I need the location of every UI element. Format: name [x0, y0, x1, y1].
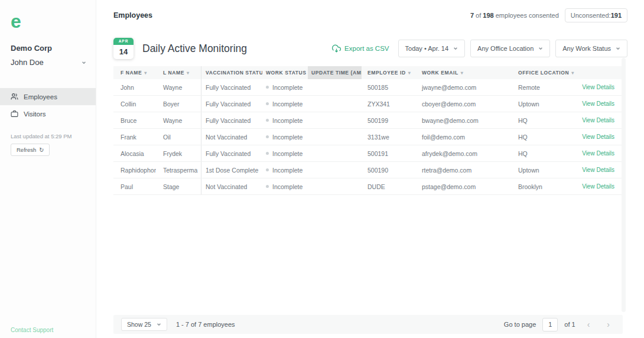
- cell-f-name: John: [113, 79, 156, 95]
- cell-work-email: foil@demo.com: [418, 129, 515, 145]
- view-details-link[interactable]: View Details: [580, 112, 623, 128]
- cell-office-location: HQ: [515, 129, 580, 145]
- table-row: Frank Oil Not Vaccinated Incomplete 3131…: [113, 129, 623, 145]
- cell-l-name: Boyer: [156, 96, 201, 112]
- cell-employee-id: ZYX341: [362, 96, 418, 112]
- cell-update-time: [308, 145, 362, 161]
- unconsented-count: 191: [611, 12, 622, 19]
- app-root: e Demo Corp John Doe Employees Visitors: [0, 0, 644, 338]
- page-number-input[interactable]: [542, 318, 558, 332]
- cell-work-email: rtetra@demo.com: [418, 162, 515, 178]
- consented-count: 7: [470, 12, 474, 19]
- table-body: John Wayne Fully Vaccinated Incomplete 5…: [113, 79, 623, 195]
- chevron-down-icon: [157, 322, 161, 327]
- goto-page-label: Go to page: [504, 321, 536, 328]
- work-status-filter-dropdown[interactable]: Any Work Status: [555, 40, 627, 57]
- cell-l-name: Wayne: [156, 112, 201, 128]
- cell-employee-id: DUDE: [362, 178, 418, 194]
- board-title: Daily Active Monitoring: [142, 43, 247, 55]
- date-filter-dropdown[interactable]: Today • Apr. 14: [398, 40, 466, 57]
- table-row: Paul Stage Not Vaccinated Incomplete DUD…: [113, 178, 623, 195]
- sort-icon: ▾: [408, 70, 411, 76]
- scrollbar-track[interactable]: [622, 58, 626, 312]
- cell-office-location: Brooklyn: [515, 178, 580, 194]
- column-header-work-email[interactable]: WORK EMAIL▾: [418, 66, 515, 79]
- cell-office-location: Uptown: [515, 96, 580, 112]
- column-header-work-status[interactable]: WORK STATUS▾: [262, 66, 308, 79]
- app-logo: e: [11, 12, 96, 31]
- next-page-button[interactable]: ›: [601, 320, 615, 329]
- page-size-dropdown[interactable]: Show 25: [121, 318, 167, 331]
- sidebar-item-visitors[interactable]: Visitors: [0, 105, 96, 122]
- toolbar-right: Export as CSV Today • Apr. 14 Any Office…: [332, 40, 627, 57]
- cell-vaccination-status: Fully Vaccinated: [201, 79, 262, 95]
- cell-office-location: HQ: [515, 145, 580, 161]
- column-header-f-name[interactable]: F NAME▾: [113, 66, 156, 79]
- status-dot-icon: [266, 152, 269, 155]
- page-title: Employees: [113, 11, 152, 20]
- cell-work-status: Incomplete: [262, 178, 308, 194]
- office-location-filter-dropdown[interactable]: Any Office Location: [470, 40, 550, 57]
- view-details-link[interactable]: View Details: [580, 129, 623, 145]
- sort-icon: ▾: [187, 70, 190, 76]
- view-details-link[interactable]: View Details: [580, 96, 623, 112]
- chevron-down-icon: [453, 46, 458, 51]
- export-csv-button[interactable]: Export as CSV: [332, 44, 389, 53]
- table-row: John Wayne Fully Vaccinated Incomplete 5…: [113, 79, 623, 96]
- table-row: Collin Boyer Fully Vaccinated Incomplete…: [113, 96, 623, 112]
- cell-work-email: bwayne@demo.com: [418, 112, 515, 128]
- main-content: Employees 7 of 198 employees consented U…: [96, 0, 644, 338]
- sort-icon: ▾: [571, 70, 574, 76]
- status-dot-icon: [266, 86, 269, 89]
- cell-l-name: Oil: [156, 129, 201, 145]
- consented-text: 7 of 198 employees consented: [470, 12, 559, 19]
- previous-page-button[interactable]: ‹: [582, 320, 596, 329]
- column-header-vaccination-status[interactable]: VACCINATION STATUS▾: [201, 66, 262, 79]
- column-header-employee-id[interactable]: EMPLOYEE ID▾: [362, 66, 418, 79]
- cell-f-name: Bruce: [113, 112, 156, 128]
- cell-work-email: jwayne@demo.com: [418, 79, 515, 95]
- cell-vaccination-status: Fully Vaccinated: [201, 96, 262, 112]
- status-dot-icon: [266, 102, 269, 105]
- column-header-l-name[interactable]: L NAME▾: [156, 66, 201, 79]
- cell-update-time: [308, 96, 362, 112]
- view-details-link[interactable]: View Details: [580, 178, 623, 194]
- cell-work-email: cboyer@demo.com: [418, 96, 515, 112]
- cloud-download-icon: [332, 44, 341, 53]
- results-range-label: 1 - 7 of 7 employees: [176, 321, 235, 328]
- cell-employee-id: 500190: [362, 162, 418, 178]
- table-row: Alocasia Frydek Fully Vaccinated Incompl…: [113, 145, 623, 162]
- pagination-bar: Show 25 1 - 7 of 7 employees Go to page …: [113, 315, 623, 334]
- chevron-down-icon: [82, 60, 86, 65]
- pagination-left: Show 25 1 - 7 of 7 employees: [121, 318, 235, 331]
- cell-work-status: Incomplete: [262, 112, 308, 128]
- refresh-icon: ↻: [39, 147, 44, 153]
- cell-employee-id: 3131we: [362, 129, 418, 145]
- status-dot-icon: [266, 168, 269, 171]
- sidebar-item-employees[interactable]: Employees: [0, 88, 96, 105]
- view-details-link[interactable]: View Details: [580, 79, 623, 95]
- sort-icon: ▾: [144, 70, 147, 76]
- status-dot-icon: [266, 135, 269, 138]
- cell-office-location: Remote: [515, 79, 580, 95]
- view-details-link[interactable]: View Details: [580, 145, 623, 161]
- user-menu[interactable]: John Doe: [11, 58, 96, 67]
- cell-work-status: Incomplete: [262, 145, 308, 161]
- user-name: John Doe: [11, 58, 44, 67]
- consent-summary: 7 of 198 employees consented Unconsented…: [470, 8, 627, 22]
- cell-employee-id: 500199: [362, 112, 418, 128]
- employees-table: F NAME▾ L NAME▾ VACCINATION STATUS▾ WORK…: [113, 66, 623, 195]
- cell-vaccination-status: 1st Dose Complete: [201, 162, 262, 178]
- column-header-office-location[interactable]: OFFICE LOCATION▾: [515, 66, 580, 79]
- cell-vaccination-status: Not Vaccinated: [201, 178, 262, 194]
- employees-icon: [11, 93, 18, 100]
- cell-l-name: Wayne: [156, 79, 201, 95]
- table-header-row: F NAME▾ L NAME▾ VACCINATION STATUS▾ WORK…: [113, 66, 623, 79]
- contact-support-link[interactable]: Contact Support: [11, 327, 53, 333]
- view-details-link[interactable]: View Details: [580, 162, 623, 178]
- cell-update-time: [308, 162, 362, 178]
- refresh-button[interactable]: Refresh ↻: [11, 144, 50, 156]
- total-pages-label: of 1: [564, 321, 575, 328]
- column-header-update-time[interactable]: UPDATE TIME (AMERICA/NE: [308, 66, 362, 79]
- cell-update-time: [308, 79, 362, 95]
